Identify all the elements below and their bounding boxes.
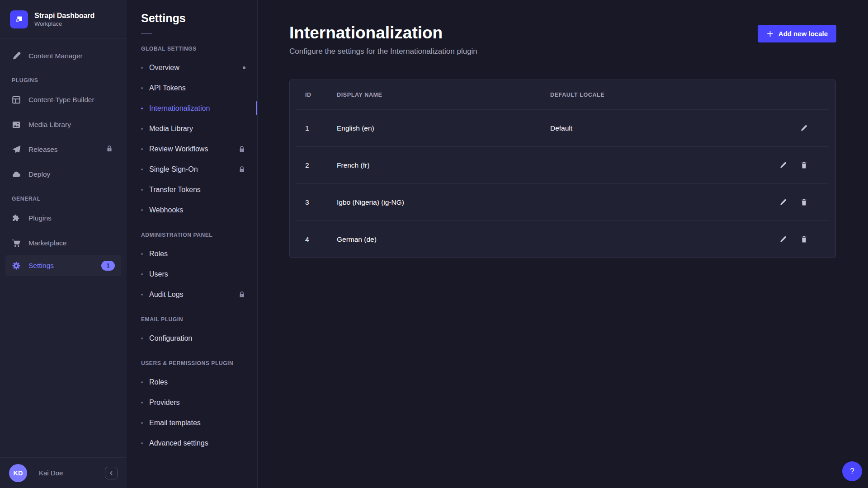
subnav-item-label: Transfer Tokens (149, 186, 201, 194)
delete-locale-button[interactable] (800, 235, 808, 244)
bullet-icon (141, 381, 143, 383)
subnav-item-advanced-settings[interactable]: Advanced settings (127, 433, 257, 453)
nav-item-plugins[interactable]: Plugins (0, 206, 127, 230)
edit-locale-button[interactable] (779, 161, 788, 169)
bullet-icon (141, 442, 143, 444)
column-header-id: ID (305, 92, 337, 98)
subnav-item-label: Email templates (149, 419, 201, 427)
table-row: 3Igbo (Nigeria) (ig-NG) (290, 184, 835, 221)
subnav-item-label: Internationalization (149, 104, 210, 113)
brand-text: Strapi Dashboard Workplace (34, 11, 94, 27)
subnav-item-label: Users (149, 270, 168, 278)
subnav-item-label: Roles (149, 250, 168, 258)
edit-locale-button[interactable] (800, 124, 808, 132)
row-actions (752, 235, 820, 244)
workspace-header[interactable]: Strapi Dashboard Workplace (0, 0, 127, 39)
subnav-item-review-workflows[interactable]: Review Workflows (127, 139, 257, 159)
table-header-row: ID DISPLAY NAME DEFAULT LOCALE (290, 80, 835, 109)
subnav-item-webhooks[interactable]: Webhooks (127, 200, 257, 220)
plus-icon (766, 30, 774, 38)
subnav-item-email-templates[interactable]: Email templates (127, 413, 257, 433)
collapse-sidebar-button[interactable] (105, 467, 118, 479)
trash-icon (800, 235, 808, 244)
bullet-icon (141, 67, 143, 69)
bullet-icon (141, 87, 143, 89)
cell-id: 4 (305, 235, 337, 244)
nav-item-releases[interactable]: Releases (0, 137, 127, 162)
subnav-item-transfer-tokens[interactable]: Transfer Tokens (127, 179, 257, 200)
delete-locale-button[interactable] (800, 161, 808, 169)
nav-item-content-manager[interactable]: Content Manager (0, 43, 127, 68)
nav-item-label: Settings (28, 262, 54, 270)
nav-item-deploy[interactable]: Deploy (0, 162, 127, 187)
column-header-display-name: DISPLAY NAME (337, 92, 550, 98)
cell-display-name: English (en) (337, 124, 550, 132)
subnav-divider (141, 33, 152, 34)
subnav-item-label: Audit Logs (149, 291, 184, 299)
nav-item-media-library[interactable]: Media Library (0, 112, 127, 137)
nav-item-marketplace[interactable]: Marketplace (0, 230, 127, 255)
subnav-item-audit-logs[interactable]: Audit Logs (127, 284, 257, 305)
column-header-default-locale: DEFAULT LOCALE (550, 92, 752, 98)
subnav-item-label: Configuration (149, 334, 192, 343)
subnav-item-roles[interactable]: Roles (127, 372, 257, 392)
nav-item-label: Content Manager (28, 52, 83, 60)
row-actions (752, 124, 820, 132)
cell-display-name: French (fr) (337, 161, 550, 169)
cell-display-name: German (de) (337, 235, 550, 244)
edit-locale-button[interactable] (779, 235, 788, 244)
bullet-icon (141, 108, 143, 109)
bullet-icon (141, 253, 143, 255)
subnav-item-overview[interactable]: Overview (127, 57, 257, 78)
subnav-item-providers[interactable]: Providers (127, 392, 257, 413)
pen-icon (12, 52, 21, 61)
table-body: 1English (en)Default2French (fr)3Igbo (N… (290, 110, 835, 258)
add-new-locale-label: Add new locale (778, 30, 828, 38)
notification-dot (243, 66, 245, 69)
subnav-item-label: Roles (149, 378, 168, 386)
avatar[interactable]: KD (9, 464, 27, 482)
page-subtitle: Configure the settings for the Internati… (289, 47, 836, 56)
notifications-badge: 1 (101, 261, 115, 271)
cart-icon (12, 239, 21, 248)
pencil-icon (779, 161, 787, 169)
trash-icon (800, 161, 808, 169)
subnav-item-configuration[interactable]: Configuration (127, 328, 257, 348)
subnav-item-label: Providers (149, 399, 180, 407)
lock-icon (238, 291, 245, 298)
subnav-item-api-tokens[interactable]: API Tokens (127, 78, 257, 98)
nav-section-header-plugins: PLUGINS (0, 77, 127, 84)
bullet-icon (141, 294, 143, 296)
help-button[interactable]: ? (842, 461, 862, 481)
table-row: 2French (fr) (290, 147, 835, 183)
table-row: 1English (en)Default (290, 110, 835, 146)
subnav-item-roles[interactable]: Roles (127, 244, 257, 264)
delete-locale-button[interactable] (800, 198, 808, 206)
cell-default-locale: Default (550, 124, 752, 132)
bullet-icon (141, 148, 143, 150)
paper-plane-icon (12, 145, 21, 154)
lock-icon (238, 145, 245, 153)
gear-icon (12, 261, 21, 270)
nav-item-settings[interactable]: Settings1 (5, 255, 121, 276)
cloud-icon (12, 170, 21, 179)
subnav-title: Settings (127, 12, 257, 25)
trash-icon (800, 198, 808, 206)
cell-id: 2 (305, 161, 337, 169)
pencil-icon (800, 124, 808, 132)
subnav-item-label: Webhooks (149, 206, 183, 214)
nav-item-content-type-builder[interactable]: Content-Type Builder (0, 87, 127, 112)
subnav-item-single-sign-on[interactable]: Single Sign-On (127, 159, 257, 179)
edit-locale-button[interactable] (779, 198, 788, 206)
nav-item-label: Releases (28, 145, 58, 154)
subnav-item-media-library[interactable]: Media Library (127, 118, 257, 139)
subnav-item-users[interactable]: Users (127, 264, 257, 284)
subnav-item-internationalization[interactable]: Internationalization (127, 98, 257, 118)
table-row: 4German (de) (290, 221, 835, 258)
add-new-locale-button[interactable]: Add new locale (758, 25, 836, 42)
brand-title: Strapi Dashboard (34, 11, 94, 20)
bullet-icon (141, 402, 143, 404)
cell-id: 1 (305, 124, 337, 132)
cell-id: 3 (305, 198, 337, 206)
puzzle-icon (12, 214, 21, 223)
